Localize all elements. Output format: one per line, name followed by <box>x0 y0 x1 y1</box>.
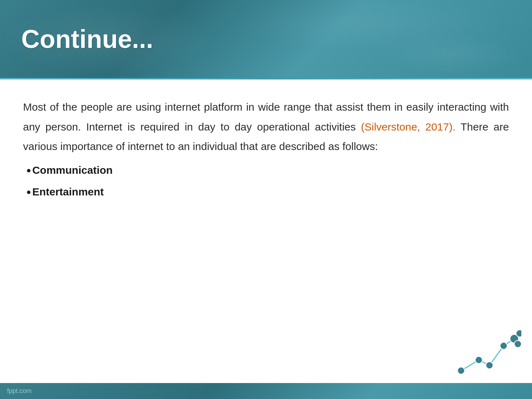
svg-point-9 <box>500 342 507 349</box>
svg-point-6 <box>458 367 465 374</box>
bullet-item-communication: • Communication <box>27 164 509 177</box>
bullet-list: • Communication • Entertainment <box>23 164 509 199</box>
bullet-dot-2: • <box>27 185 31 199</box>
footer-label: fppt.com <box>7 387 32 395</box>
main-content: Most of the people are using internet pl… <box>0 79 532 221</box>
header-banner: Continue... <box>0 0 532 78</box>
body-paragraph: Most of the people are using internet pl… <box>23 97 509 156</box>
bullet-label-communication: Communication <box>32 164 113 176</box>
bullet-item-entertainment: • Entertainment <box>27 185 509 199</box>
footer-bar: fppt.com <box>0 383 532 399</box>
svg-point-7 <box>475 356 482 364</box>
decorative-dots-graphic <box>450 325 521 381</box>
slide-title: Continue... <box>21 24 153 54</box>
svg-point-12 <box>514 340 521 348</box>
bullet-label-entertainment: Entertainment <box>32 186 104 198</box>
svg-point-8 <box>486 362 493 369</box>
svg-point-11 <box>516 330 521 337</box>
bullet-dot-1: • <box>27 164 31 177</box>
citation: (Silverstone, 2017). <box>361 121 456 133</box>
